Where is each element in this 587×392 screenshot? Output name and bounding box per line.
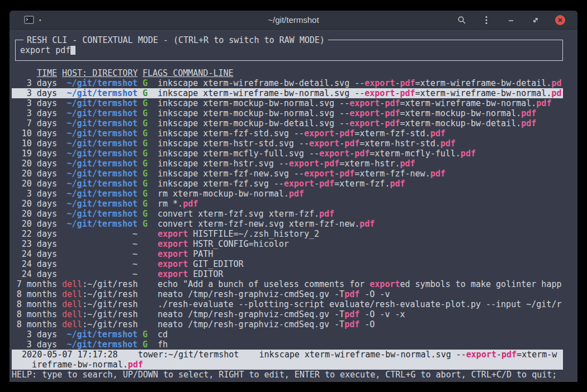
row-directory: ~/git/termshot (67, 189, 138, 199)
history-row[interactable]: 24 days~export GIT_EDITOR (12, 259, 563, 269)
row-directory: ~ (132, 249, 138, 259)
history-row[interactable]: 24 days~export EDITOR (12, 269, 563, 279)
match-highlight: export (466, 350, 496, 360)
row-flags: G (143, 189, 148, 199)
table-header: TIME HOST: DIRECTORY FLAGS COMMAND-LINE (12, 68, 563, 78)
row-directory: :~/git/resh (82, 319, 138, 329)
row-host-directory: ~/git/termshot (62, 138, 138, 149)
command-text: neato /tmp/resh-graphviz-cmdSeq.gv -T (158, 309, 344, 319)
match-highlight: pdf (536, 98, 551, 108)
row-time: 3 days (27, 78, 57, 88)
command-text: rm xterm-mockup-bw-normal. (158, 189, 289, 199)
history-row[interactable]: 20 days~/git/termshotGinkscape xterm-fzf… (12, 179, 563, 189)
match-highlight: pdf (324, 159, 339, 169)
command-text: inkscape xterm-hstr.svg -- (158, 159, 289, 169)
row-command: export HSTR_CONFIG=hicolor (158, 239, 563, 249)
history-row[interactable]: 3 days~/git/termshotGcd (12, 329, 563, 340)
restore-button[interactable] (531, 15, 541, 25)
text-cursor (70, 46, 75, 55)
match-highlight: pdf (359, 219, 375, 229)
command-text: =xterm-mockup-bw-normal. (400, 108, 521, 118)
row-host-directory: ~/git/termshot (62, 209, 138, 219)
history-row[interactable]: 3 days~/git/termshotGrm xterm-mockup-bw-… (12, 189, 563, 199)
history-row[interactable]: 20 days~/git/termshotGinkscape xterm-hst… (12, 159, 563, 169)
row-hostname: dell (62, 309, 82, 319)
row-time: 20 days (22, 199, 57, 209)
row-directory: ~/git/termshot (67, 98, 138, 108)
history-row[interactable]: 19 days~/git/termshotGinkscape xterm-mcf… (12, 149, 563, 159)
row-flags: G (143, 98, 148, 108)
history-row[interactable]: 8 monthsdell:~/git/resh./resh-evaluate -… (12, 299, 563, 309)
history-row[interactable]: 24 days~export PATH (12, 249, 563, 259)
history-row[interactable]: 3 days~/git/termshotGinkscape xterm-mock… (12, 98, 563, 108)
command-text: -O (359, 319, 375, 329)
row-command: cd (158, 329, 563, 340)
history-row[interactable]: 3 days~/git/termshotGinkscape xterm-mock… (12, 108, 563, 118)
row-time: 3 days (27, 88, 57, 98)
history-row[interactable]: 23 days~export HSTR_CONFIG=hicolor (12, 239, 563, 249)
command-text: =xterm-hstr-std. (359, 138, 441, 149)
history-row[interactable]: 20 days~/git/termshotGrm *.pdf (12, 199, 563, 209)
command-text: inkscape xterm-fzf-new.svg -- (158, 169, 304, 179)
history-row[interactable]: 20 days~/git/termshotGconvert xterm-fzf-… (12, 219, 563, 229)
resh-search-panel: RESH CLI - CONTEXTUAL MODE - (CTRL+R to … (15, 40, 563, 61)
history-row[interactable]: 10 days~/git/termshotGinkscape xterm-fzf… (12, 128, 563, 138)
history-row-selected[interactable]: 3 days~/git/termshotGinkscape xterm-wire… (12, 88, 563, 98)
row-host-directory: ~/git/termshot (62, 149, 138, 159)
search-icon (457, 16, 466, 25)
row-hostname: dell (62, 289, 82, 299)
history-row[interactable]: 8 monthsdell:~/git/reshneato /tmp/resh-g… (12, 319, 563, 329)
search-button[interactable] (457, 15, 467, 25)
command-text: =xterm-fzf. (334, 179, 390, 189)
row-time: 3 days (27, 108, 57, 118)
row-host-directory: ~/git/termshot (62, 128, 138, 138)
command-text: inkscape xterm-mockup-bw-detail.svg -- (158, 118, 349, 128)
match-highlight: pdf (319, 179, 334, 189)
row-command: ./resh-evaluate --plotting-script evalua… (158, 299, 563, 309)
history-row[interactable]: 20 days~/git/termshotGinkscape xterm-fzf… (12, 169, 563, 179)
row-time: 3 days (27, 98, 57, 108)
history-row[interactable]: 8 monthsdell:~/git/reshneato /tmp/resh-g… (12, 309, 563, 319)
match-highlight: pdf (521, 118, 536, 128)
profile-dropdown-caret[interactable]: ▾ (39, 17, 41, 23)
history-row[interactable]: 7 monthsdell:~/git/reshecho "Add a bunch… (12, 279, 563, 289)
match-highlight: export (158, 249, 188, 259)
detail-line: 2020-05-07 17:17:28 tower:~/git/termshot… (12, 350, 563, 360)
row-time: 20 days (22, 179, 57, 189)
match-highlight: pdf (385, 98, 400, 108)
close-button[interactable] (555, 15, 565, 25)
match-highlight: export (370, 279, 400, 289)
command-text: inkscape xterm-fzf.svg -- (158, 179, 284, 189)
row-time: 10 days (22, 138, 57, 149)
history-row[interactable]: 22 days~export HISTFILE=~/.zsh_history_2 (12, 229, 563, 239)
minimize-button[interactable] (506, 15, 516, 25)
row-command: export PATH (158, 249, 563, 259)
row-command: export HISTFILE=~/.zsh_history_2 (158, 229, 563, 239)
command-text: - (339, 138, 344, 149)
row-flags: G (143, 169, 148, 179)
menu-button[interactable] (481, 15, 491, 25)
match-highlight: export (304, 128, 334, 138)
command-text: fh (158, 340, 168, 350)
help-line: HELP: type to search, UP/DOWN to select,… (12, 370, 563, 380)
match-highlight: export (304, 169, 334, 179)
match-highlight: pdf (344, 319, 359, 329)
row-time: 7 days (27, 118, 57, 128)
row-flags: G (143, 128, 148, 138)
terminal-icon (24, 16, 34, 24)
match-highlight: pdf (400, 78, 415, 88)
search-query-input[interactable]: export pdf (20, 45, 558, 55)
history-row[interactable]: 3 days~/git/termshotGfh (12, 340, 563, 350)
history-row[interactable]: 20 days~/git/termshotGconvert xterm-fzf.… (12, 209, 563, 219)
row-hostname: dell (62, 319, 82, 329)
new-terminal-button[interactable] (24, 15, 34, 25)
history-row[interactable]: 7 days~/git/termshotGinkscape xterm-mock… (12, 118, 563, 128)
history-row[interactable]: 8 monthsdell:~/git/reshneato /tmp/resh-g… (12, 289, 563, 299)
command-text: inkscape xterm-hstr-std.svg -- (158, 138, 309, 149)
titlebar[interactable]: ▾ ~/git/termshot (10, 11, 577, 30)
row-host-directory: ~/git/termshot (62, 189, 138, 199)
history-row[interactable]: 10 days~/git/termshotGinkscape xterm-hst… (12, 138, 563, 149)
detail-text (118, 350, 138, 360)
command-text: inkscape xterm-wireframe-bw-normal.svg -… (158, 88, 364, 98)
history-row[interactable]: 3 days~/git/termshotGinkscape xterm-wire… (12, 78, 563, 88)
